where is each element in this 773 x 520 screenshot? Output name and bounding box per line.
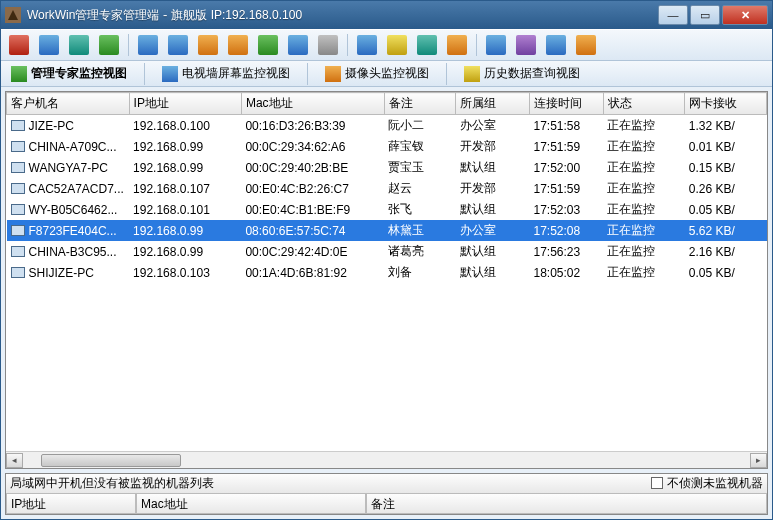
bcol-remark[interactable]: 备注 xyxy=(366,494,767,514)
app-icon xyxy=(5,7,21,23)
table-row[interactable]: CHINA-B3C95...192.168.0.9900:0C:29:42:4D… xyxy=(7,241,767,262)
titlebar[interactable]: WorkWin管理专家管理端 - 旗舰版 IP:192.168.0.100 — … xyxy=(1,1,772,29)
toolbar-icon xyxy=(546,35,566,55)
table-body: JIZE-PC192.168.0.10000:16:D3:26:B3:39阮小二… xyxy=(7,115,767,284)
toolbar-button-3[interactable] xyxy=(95,32,123,58)
main-window: WorkWin管理专家管理端 - 旗舰版 IP:192.168.0.100 — … xyxy=(0,0,773,520)
toolbar-icon xyxy=(258,35,278,55)
computer-icon xyxy=(11,183,25,194)
window-title: WorkWin管理专家管理端 - 旗舰版 IP:192.168.0.100 xyxy=(27,7,656,24)
no-detect-checkbox[interactable]: 不侦测未监视机器 xyxy=(651,475,763,492)
client-table-panel: 客户机名 IP地址 Mac地址 备注 所属组 连接时间 状态 网卡接收 JIZE… xyxy=(5,91,768,469)
toolbar-button-13[interactable] xyxy=(413,32,441,58)
scroll-thumb[interactable] xyxy=(41,454,181,467)
computer-icon xyxy=(11,120,25,131)
toolbar-icon xyxy=(447,35,467,55)
tab-label: 摄像头监控视图 xyxy=(345,65,429,82)
toolbar-button-10[interactable] xyxy=(314,32,342,58)
toolbar-icon xyxy=(486,35,506,55)
toolbar-icon xyxy=(138,35,158,55)
client-table: 客户机名 IP地址 Mac地址 备注 所属组 连接时间 状态 网卡接收 JIZE… xyxy=(6,92,767,283)
toolbar-button-18[interactable] xyxy=(572,32,600,58)
view-tabbar: 管理专家监控视图电视墙屏幕监控视图摄像头监控视图历史数据查询视图 xyxy=(1,61,772,87)
toolbar-button-15[interactable] xyxy=(482,32,510,58)
table-row[interactable]: WY-B05C6462...192.168.0.10100:E0:4C:B1:B… xyxy=(7,199,767,220)
toolbar-button-1[interactable] xyxy=(35,32,63,58)
computer-icon xyxy=(11,141,25,152)
toolbar-button-14[interactable] xyxy=(443,32,471,58)
horizontal-scrollbar[interactable]: ◂ ▸ xyxy=(6,451,767,468)
table-row[interactable]: CHINA-A709C...192.168.0.9900:0C:29:34:62… xyxy=(7,136,767,157)
tab-monitor-icon[interactable]: 管理专家监控视图 xyxy=(7,63,131,84)
toolbar-icon xyxy=(168,35,188,55)
unmonitored-panel: 局域网中开机但没有被监视的机器列表 不侦测未监视机器 IP地址 Mac地址 备注 xyxy=(5,473,768,515)
scroll-left-button[interactable]: ◂ xyxy=(6,453,23,468)
col-client[interactable]: 客户机名 xyxy=(7,93,130,115)
computer-icon xyxy=(11,162,25,173)
toolbar-button-4[interactable] xyxy=(134,32,162,58)
toolbar xyxy=(1,29,772,61)
table-header[interactable]: 客户机名 IP地址 Mac地址 备注 所属组 连接时间 状态 网卡接收 xyxy=(7,93,767,115)
toolbar-button-7[interactable] xyxy=(224,32,252,58)
toolbar-icon xyxy=(69,35,89,55)
table-row[interactable]: F8723FE404C...192.168.0.9908:60:6E:57:5C… xyxy=(7,220,767,241)
toolbar-icon xyxy=(318,35,338,55)
monitor-icon xyxy=(11,66,27,82)
camera-icon xyxy=(325,66,341,82)
wall-icon xyxy=(162,66,178,82)
toolbar-icon xyxy=(39,35,59,55)
toolbar-icon xyxy=(99,35,119,55)
toolbar-icon xyxy=(357,35,377,55)
close-button[interactable]: ✕ xyxy=(722,5,768,25)
toolbar-icon xyxy=(228,35,248,55)
minimize-button[interactable]: — xyxy=(658,5,688,25)
col-ip[interactable]: IP地址 xyxy=(129,93,241,115)
computer-icon xyxy=(11,225,25,236)
tab-camera-icon[interactable]: 摄像头监控视图 xyxy=(321,63,433,84)
toolbar-button-17[interactable] xyxy=(542,32,570,58)
tab-label: 历史数据查询视图 xyxy=(484,65,580,82)
col-status[interactable]: 状态 xyxy=(603,93,685,115)
bcol-mac[interactable]: Mac地址 xyxy=(136,494,366,514)
maximize-button[interactable]: ▭ xyxy=(690,5,720,25)
col-group[interactable]: 所属组 xyxy=(456,93,530,115)
table-row[interactable]: WANGYA7-PC192.168.0.9900:0C:29:40:2B:BE贾… xyxy=(7,157,767,178)
toolbar-icon xyxy=(288,35,308,55)
toolbar-button-8[interactable] xyxy=(254,32,282,58)
toolbar-button-16[interactable] xyxy=(512,32,540,58)
toolbar-button-12[interactable] xyxy=(383,32,411,58)
bcol-ip[interactable]: IP地址 xyxy=(6,494,136,514)
computer-icon xyxy=(11,246,25,257)
computer-icon xyxy=(11,204,25,215)
table-row[interactable]: CAC52A7ACD7...192.168.0.10700:E0:4C:B2:2… xyxy=(7,178,767,199)
col-mac[interactable]: Mac地址 xyxy=(241,93,384,115)
scroll-right-button[interactable]: ▸ xyxy=(750,453,767,468)
table-row[interactable]: JIZE-PC192.168.0.10000:16:D3:26:B3:39阮小二… xyxy=(7,115,767,137)
col-remark[interactable]: 备注 xyxy=(384,93,456,115)
toolbar-icon xyxy=(198,35,218,55)
toolbar-button-2[interactable] xyxy=(65,32,93,58)
toolbar-button-5[interactable] xyxy=(164,32,192,58)
tab-label: 管理专家监控视图 xyxy=(31,65,127,82)
toolbar-button-0[interactable] xyxy=(5,32,33,58)
tab-history-icon[interactable]: 历史数据查询视图 xyxy=(460,63,584,84)
toolbar-icon xyxy=(576,35,596,55)
toolbar-icon xyxy=(417,35,437,55)
toolbar-icon xyxy=(516,35,536,55)
unmonitored-heading: 局域网中开机但没有被监视的机器列表 xyxy=(10,475,651,492)
col-conntime[interactable]: 连接时间 xyxy=(529,93,603,115)
tab-label: 电视墙屏幕监控视图 xyxy=(182,65,290,82)
history-icon xyxy=(464,66,480,82)
toolbar-button-9[interactable] xyxy=(284,32,312,58)
table-row[interactable]: SHIJIZE-PC192.168.0.10300:1A:4D:6B:81:92… xyxy=(7,262,767,283)
toolbar-button-11[interactable] xyxy=(353,32,381,58)
toolbar-icon xyxy=(9,35,29,55)
tab-wall-icon[interactable]: 电视墙屏幕监控视图 xyxy=(158,63,294,84)
computer-icon xyxy=(11,267,25,278)
toolbar-icon xyxy=(387,35,407,55)
toolbar-button-6[interactable] xyxy=(194,32,222,58)
col-netrecv[interactable]: 网卡接收 xyxy=(685,93,767,115)
